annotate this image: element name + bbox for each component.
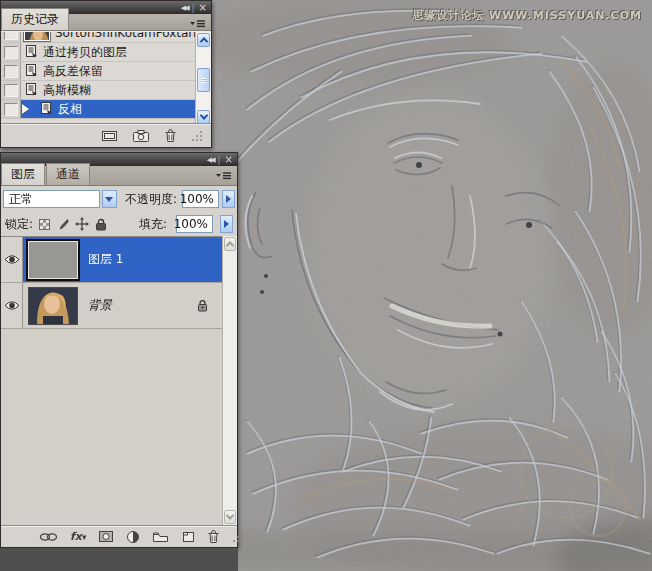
lock-row: 锁定: 填充: 100% xyxy=(1,212,237,236)
new-snapshot-camera-icon[interactable] xyxy=(132,129,150,143)
snapshot-thumbnail xyxy=(24,31,50,41)
opacity-slider-arrow-icon[interactable] xyxy=(222,190,235,208)
panel-resize-grip[interactable] xyxy=(232,531,244,543)
history-state-row-selected[interactable]: 反相 xyxy=(1,100,195,119)
watermark-text: 思缘设计论坛 WWW.MISSYUAN.COM xyxy=(412,8,642,23)
new-group-folder-icon[interactable] xyxy=(152,531,169,543)
layer-style-fx-icon[interactable]: fx▾ xyxy=(70,530,86,543)
visibility-toggle[interactable] xyxy=(1,237,23,282)
lock-all-icon[interactable] xyxy=(95,218,107,231)
link-layers-icon[interactable] xyxy=(39,532,58,542)
delete-layer-trash-icon[interactable] xyxy=(207,529,220,544)
fill-slider-arrow-icon[interactable] xyxy=(220,215,233,233)
history-snapshot-row[interactable]: SortonShnKotamFoxtarm xyxy=(1,31,195,43)
history-state-label: 高反差保留 xyxy=(43,63,103,80)
background-lock-icon xyxy=(197,299,208,312)
tab-history[interactable]: 历史记录 xyxy=(1,8,69,30)
visibility-toggle[interactable] xyxy=(1,283,23,328)
new-layer-icon[interactable] xyxy=(181,530,195,543)
lock-label: 锁定: xyxy=(5,216,33,233)
close-panel-icon[interactable]: × xyxy=(199,4,207,12)
history-state-icon xyxy=(24,63,38,80)
history-tabstrip: 历史记录 xyxy=(1,14,211,31)
history-brush-source-cell[interactable] xyxy=(1,100,21,118)
history-brush-source-cell[interactable] xyxy=(1,31,21,42)
history-brush-source-cell[interactable] xyxy=(1,62,21,80)
lock-position-move-icon[interactable] xyxy=(75,217,89,231)
snapshot-name: SortonShnKotamFoxtarm xyxy=(55,31,205,40)
collapse-panel-icon[interactable]: ◀◀ xyxy=(181,4,188,12)
blend-mode-dropdown-icon[interactable] xyxy=(102,190,117,208)
layers-panel: ◀◀ | × 图层 通道 正常 不透明度: 100% 锁定: 填充: 100% xyxy=(0,152,238,548)
workspace-background xyxy=(0,548,238,571)
scroll-down-button[interactable] xyxy=(197,110,210,124)
history-state-icon xyxy=(24,82,38,99)
scroll-up-button[interactable] xyxy=(224,237,236,251)
layers-bottombar: fx▾ xyxy=(1,525,237,547)
tab-channels[interactable]: 通道 xyxy=(46,163,90,185)
history-brush-source-cell[interactable] xyxy=(1,43,21,61)
opacity-label: 不透明度: xyxy=(125,191,177,208)
opacity-value-field[interactable]: 100% xyxy=(182,190,219,208)
panel-menu-icon[interactable] xyxy=(215,170,233,181)
history-slider-pointer-icon[interactable] xyxy=(22,104,34,114)
history-state-list: SortonShnKotamFoxtarm 通过拷贝的图层 xyxy=(1,31,211,125)
history-state-row[interactable]: 通过拷贝的图层 xyxy=(1,43,195,62)
lock-paint-brush-icon[interactable] xyxy=(56,218,69,231)
close-panel-icon[interactable]: × xyxy=(225,156,233,164)
layers-list: 图层 1 背景 xyxy=(1,236,237,525)
history-state-row[interactable]: 高斯模糊 xyxy=(1,81,195,100)
scroll-down-button[interactable] xyxy=(224,510,236,524)
adjustment-layer-icon[interactable] xyxy=(126,530,140,544)
fill-value-field[interactable]: 100% xyxy=(176,215,213,233)
collapse-panel-icon[interactable]: ◀◀ xyxy=(207,156,214,164)
layers-scrollbar[interactable] xyxy=(222,236,237,525)
eye-icon xyxy=(4,300,20,311)
tab-layers[interactable]: 图层 xyxy=(1,163,45,185)
blend-mode-select[interactable]: 正常 xyxy=(3,190,100,208)
new-document-from-state-icon[interactable] xyxy=(101,129,118,143)
delete-state-trash-icon[interactable] xyxy=(164,128,177,143)
lock-transparency-icon[interactable] xyxy=(39,219,50,230)
layer-name[interactable]: 背景 xyxy=(88,297,112,314)
layer-row-background[interactable]: 背景 xyxy=(1,283,222,329)
history-scrollbar[interactable] xyxy=(195,32,211,125)
fill-label: 填充: xyxy=(139,216,167,233)
panel-menu-icon[interactable] xyxy=(189,18,207,29)
layers-tabstrip: 图层 通道 xyxy=(1,166,237,186)
history-state-icon xyxy=(39,101,53,118)
history-state-icon xyxy=(24,44,38,61)
history-brush-source-cell[interactable] xyxy=(1,81,21,99)
history-state-row[interactable]: 高反差保留 xyxy=(1,62,195,81)
layer-thumbnail[interactable] xyxy=(28,287,78,325)
scrollbar-thumb[interactable] xyxy=(197,68,210,92)
history-state-label: 高斯模糊 xyxy=(43,82,91,99)
history-bottombar xyxy=(1,123,211,147)
layer-row-layer1[interactable]: 图层 1 xyxy=(1,237,222,283)
history-state-label: 反相 xyxy=(58,101,82,118)
blend-mode-row: 正常 不透明度: 100% xyxy=(1,186,237,212)
layer-name[interactable]: 图层 1 xyxy=(88,251,123,268)
scroll-up-button[interactable] xyxy=(197,33,210,47)
panel-resize-grip[interactable] xyxy=(191,130,203,142)
history-panel: ◀◀ | × 历史记录 SortonShnKotamFoxtarm xyxy=(0,0,212,148)
add-layer-mask-icon[interactable] xyxy=(98,530,114,543)
titlebar-separator: | xyxy=(192,3,195,13)
eye-icon xyxy=(4,254,20,265)
history-state-label: 通过拷贝的图层 xyxy=(43,44,127,61)
layer-thumbnail[interactable] xyxy=(28,241,78,279)
titlebar-separator: | xyxy=(218,155,221,165)
